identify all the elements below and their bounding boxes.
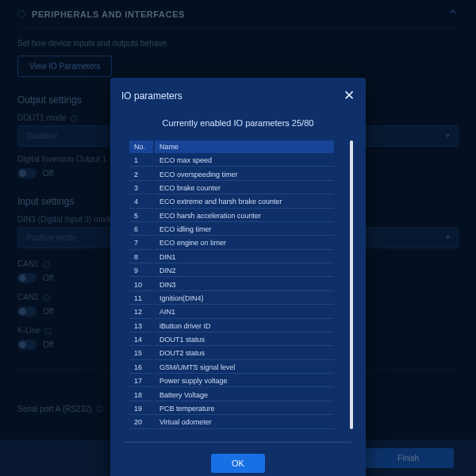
modal-overlay: IO parameters ✕ Currently enabled IO par…	[0, 0, 476, 476]
table-row: 2ECO overspeeding timer	[129, 168, 334, 180]
table-row: 9DIN2	[129, 265, 334, 277]
io-parameters-table: No. Name 1ECO max speed2ECO overspeeding…	[128, 139, 336, 431]
col-no: No.	[129, 140, 153, 153]
table-row: 3ECO brake counter	[129, 182, 334, 194]
table-row: 11Ignition(DIN4)	[129, 293, 334, 305]
table-row: 1ECO max speed	[129, 155, 334, 167]
scrollbar[interactable]	[350, 140, 353, 429]
io-parameters-modal: IO parameters ✕ Currently enabled IO par…	[110, 78, 366, 476]
table-row: 16GSM/UMTS signal level	[129, 362, 334, 374]
divider	[125, 442, 351, 443]
ok-button[interactable]: OK	[211, 454, 265, 473]
table-row: 19PCB temperature	[129, 403, 334, 415]
table-row: 8DIN1	[129, 251, 334, 263]
table-row: 10DIN3	[129, 278, 334, 290]
table-row: 7ECO engine on timer	[129, 237, 334, 249]
table-row: 14DOUT1 status	[129, 334, 334, 346]
table-row: 15DOUT2 status	[129, 347, 334, 359]
table-row: 6ECO idling timer	[129, 224, 334, 236]
table-row: 17Power supply voltage	[129, 375, 334, 387]
table-row: 20Virtual odometer	[129, 416, 334, 428]
modal-title: IO parameters	[121, 90, 182, 102]
close-icon[interactable]: ✕	[344, 89, 355, 102]
modal-subtitle: Currently enabled IO parameters 25/80	[121, 118, 355, 128]
table-row: 4ECO extreme and harsh brake counter	[129, 196, 334, 208]
table-row: 12AIN1	[129, 306, 334, 318]
table-row: 13iButton driver ID	[129, 321, 334, 332]
table-row: 5ECO harsh acceleration counter	[129, 210, 334, 222]
col-name: Name	[155, 140, 334, 153]
table-row: 18Battery Voltage	[129, 389, 334, 401]
